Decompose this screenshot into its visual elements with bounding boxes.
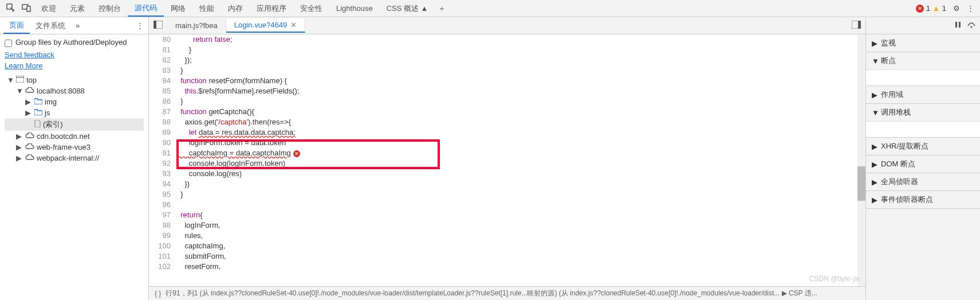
- tree-item[interactable]: (索引): [5, 118, 144, 131]
- tree-arrow-icon[interactable]: ▶: [25, 98, 32, 106]
- tab-network[interactable]: 网络: [164, 1, 192, 16]
- code-line[interactable]: 91 captchaImg = data.captchaImg✕: [149, 148, 865, 158]
- section-header[interactable]: ▶监视: [866, 34, 980, 52]
- code-line[interactable]: 84 function resetForm(formName) {: [149, 76, 865, 86]
- sidebar-menu-icon[interactable]: ⋮: [132, 19, 148, 32]
- code-line[interactable]: 80 return false;: [149, 34, 865, 45]
- code-text[interactable]: captchaImg,: [176, 241, 865, 251]
- editor-tab-login-vue[interactable]: Login.vue?4649 ✕: [226, 18, 306, 33]
- line-number[interactable]: 99: [149, 231, 176, 241]
- tree-arrow-icon[interactable]: ▶: [16, 132, 23, 141]
- line-number[interactable]: 89: [149, 127, 176, 138]
- line-number[interactable]: 87: [149, 107, 176, 117]
- code-text[interactable]: axios.get('/captcha').then(res=>{: [176, 117, 865, 127]
- line-number[interactable]: 88: [149, 117, 176, 127]
- section-header[interactable]: ▶事件侦听器断点: [866, 191, 980, 208]
- line-number[interactable]: 93: [149, 169, 176, 179]
- code-line[interactable]: 96: [149, 200, 865, 210]
- code-line[interactable]: 86 }: [149, 96, 865, 107]
- code-line[interactable]: 89 let data = res.data.data.captcha;: [149, 127, 865, 138]
- tree-arrow-icon[interactable]: ▼: [7, 76, 14, 84]
- pause-icon[interactable]: [955, 21, 962, 30]
- section-header[interactable]: ▶XHR/提取断点: [866, 138, 980, 155]
- line-number[interactable]: 102: [149, 262, 176, 272]
- code-line[interactable]: 83 }: [149, 65, 865, 76]
- toggle-debugger-icon[interactable]: [847, 18, 865, 33]
- code-line[interactable]: 81 }: [149, 45, 865, 55]
- code-line[interactable]: 82 });: [149, 55, 865, 65]
- tab-sources[interactable]: 源代码: [128, 1, 164, 17]
- line-number[interactable]: 92: [149, 158, 176, 169]
- sidebar-tab-filesystem[interactable]: 文件系统: [30, 18, 71, 33]
- line-number[interactable]: 82: [149, 55, 176, 65]
- tab-css-overview[interactable]: CSS 概述 ▲: [380, 1, 435, 16]
- code-line[interactable]: 88 axios.get('/captcha').then(res=>{: [149, 117, 865, 127]
- code-text[interactable]: console.log(logInForm.token): [176, 158, 865, 169]
- toggle-navigator-icon[interactable]: [149, 18, 167, 33]
- code-text[interactable]: return{: [176, 210, 865, 220]
- section-header[interactable]: ▼调用堆栈: [866, 104, 980, 121]
- section-header[interactable]: ▶DOM 断点: [866, 155, 980, 173]
- learn-more-link[interactable]: Learn More: [5, 61, 144, 70]
- tab-security[interactable]: 安全性: [293, 1, 329, 16]
- code-text[interactable]: });: [176, 55, 865, 65]
- editor-tab-main-js[interactable]: main.js?fbea: [167, 19, 226, 32]
- code-text[interactable]: }): [176, 179, 865, 189]
- send-feedback-link[interactable]: Send feedback: [5, 50, 144, 59]
- line-number[interactable]: 90: [149, 138, 176, 148]
- tab-performance[interactable]: 性能: [192, 1, 221, 16]
- code-text[interactable]: }: [176, 189, 865, 200]
- code-text[interactable]: return false;: [176, 34, 865, 45]
- line-number[interactable]: 91: [149, 148, 176, 158]
- line-number[interactable]: 83: [149, 65, 176, 76]
- code-line[interactable]: 99 rules,: [149, 231, 865, 241]
- brackets-icon[interactable]: { }: [155, 290, 161, 298]
- group-files-checkbox-row[interactable]: Group files by Authored/Deployed: [5, 38, 144, 47]
- sidebar-tab-page[interactable]: 页面: [3, 18, 30, 34]
- code-line[interactable]: 95 }: [149, 189, 865, 200]
- line-number[interactable]: 84: [149, 76, 176, 86]
- code-text[interactable]: }: [176, 65, 865, 76]
- step-over-icon[interactable]: [967, 21, 975, 30]
- line-number[interactable]: 96: [149, 200, 176, 210]
- line-number[interactable]: 94: [149, 179, 176, 189]
- tab-elements[interactable]: 元素: [63, 1, 92, 16]
- code-text[interactable]: function getCaptcha(){: [176, 107, 865, 117]
- section-header[interactable]: ▼断点: [866, 52, 980, 69]
- tree-item[interactable]: ▼localhost:8088: [5, 85, 144, 96]
- code-line[interactable]: 87 function getCaptcha(){: [149, 107, 865, 117]
- code-text[interactable]: }: [176, 96, 865, 107]
- line-number[interactable]: 100: [149, 241, 176, 251]
- code-text[interactable]: submitForm,: [176, 251, 865, 262]
- code-line[interactable]: 97 return{: [149, 210, 865, 220]
- code-text[interactable]: resetForm,: [176, 262, 865, 272]
- tab-welcome[interactable]: 欢迎: [34, 1, 63, 16]
- tree-item[interactable]: ▶js: [5, 107, 144, 118]
- code-line[interactable]: 92 console.log(logInForm.token): [149, 158, 865, 169]
- code-line[interactable]: 102 resetForm,: [149, 262, 865, 272]
- line-number[interactable]: 95: [149, 189, 176, 200]
- code-line[interactable]: 98 logInForm,: [149, 220, 865, 231]
- tree-arrow-icon[interactable]: ▶: [16, 143, 23, 151]
- tree-item[interactable]: ▶img: [5, 96, 144, 107]
- group-files-checkbox[interactable]: [5, 40, 12, 47]
- code-line[interactable]: 85 this.$refs[formName].resetFields();: [149, 86, 865, 96]
- tab-memory[interactable]: 内存: [221, 1, 250, 16]
- device-toggle-icon[interactable]: [18, 1, 34, 16]
- tree-item[interactable]: ▼top: [5, 75, 144, 85]
- code-text[interactable]: captchaImg = data.captchaImg✕: [176, 148, 865, 158]
- sidebar-more-tabs-icon[interactable]: »: [71, 19, 84, 32]
- tree-arrow-icon[interactable]: ▶: [16, 154, 23, 162]
- code-line[interactable]: 100 captchaImg,: [149, 241, 865, 251]
- code-line[interactable]: 90 logInForm.token = data.token: [149, 138, 865, 148]
- tab-lighthouse[interactable]: Lighthouse: [329, 2, 380, 15]
- inspect-icon[interactable]: [2, 1, 18, 16]
- section-header[interactable]: ▶作用域: [866, 86, 980, 103]
- line-number[interactable]: 81: [149, 45, 176, 55]
- code-editor[interactable]: 80 return false;81 }82 });83 }84 functio…: [149, 34, 865, 286]
- settings-icon[interactable]: ⚙: [950, 4, 963, 13]
- line-number[interactable]: 85: [149, 86, 176, 96]
- code-text[interactable]: logInForm.token = data.token: [176, 138, 865, 148]
- section-header[interactable]: ▶全局侦听器: [866, 173, 980, 190]
- code-text[interactable]: console.log(res): [176, 169, 865, 179]
